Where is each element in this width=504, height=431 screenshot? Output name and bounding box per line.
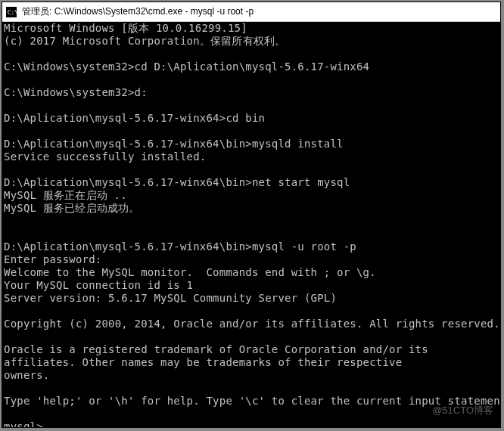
terminal-line: (c) 2017 Microsoft Corporation。保留所有权利。 [4,35,499,48]
terminal-line: Service successfully installed. [4,150,499,163]
terminal-line [4,228,499,240]
terminal-line: Copyright (c) 2000, 2014, Oracle and/or … [4,318,499,330]
cmd-icon: C:\ [5,6,17,18]
terminal-line: owners. [4,369,499,382]
terminal-line: mysql> [4,420,499,427]
terminal-line [4,48,499,60]
terminal-line: MySQL 服务已经启动成功。 [4,202,499,215]
terminal-line [4,330,499,343]
terminal-line: Type 'help;' or '\h' for help. Type '\c'… [4,395,499,408]
terminal-output[interactable]: Microsoft Windows [版本 10.0.16299.15](c) … [2,22,500,427]
terminal-line: Server version: 5.6.17 MySQL Community S… [4,292,499,305]
terminal-line: D:\Aplication\mysql-5.6.17-winx64\bin>ne… [4,176,499,189]
svg-text:C:\: C:\ [8,8,17,15]
window-title: 管理员: C:\Windows\System32\cmd.exe - mysql… [22,5,254,18]
terminal-line: Welcome to the MySQL monitor. Commands e… [4,266,499,279]
terminal-line: Enter password: [4,253,499,266]
terminal-line [4,382,499,395]
terminal-line: MySQL 服务正在启动 .. [4,189,499,202]
terminal-line [4,408,499,420]
terminal-line [4,305,499,318]
terminal-line [4,73,499,86]
cmd-window: C:\ 管理员: C:\Windows\System32\cmd.exe - m… [2,2,501,428]
terminal-line [4,215,499,228]
terminal-line: Your MySQL connection id is 1 [4,279,499,292]
terminal-line: D:\Aplication\mysql-5.6.17-winx64\bin>my… [4,138,499,150]
terminal-line: C:\Windows\system32>cd D:\Aplication\mys… [4,60,499,73]
terminal-line [4,125,499,138]
terminal-line: D:\Aplication\mysql-5.6.17-winx64\bin>my… [4,240,499,253]
titlebar[interactable]: C:\ 管理员: C:\Windows\System32\cmd.exe - m… [2,2,500,22]
terminal-line [4,163,499,176]
terminal-line: D:\Aplication\mysql-5.6.17-winx64>cd bin [4,112,499,125]
terminal-line: Oracle is a registered trademark of Orac… [4,343,499,356]
terminal-line [4,99,499,112]
terminal-line: Microsoft Windows [版本 10.0.16299.15] [4,22,499,35]
terminal-line: affiliates. Other names may be trademark… [4,356,499,369]
terminal-line: C:\Windows\system32>d: [4,86,499,99]
